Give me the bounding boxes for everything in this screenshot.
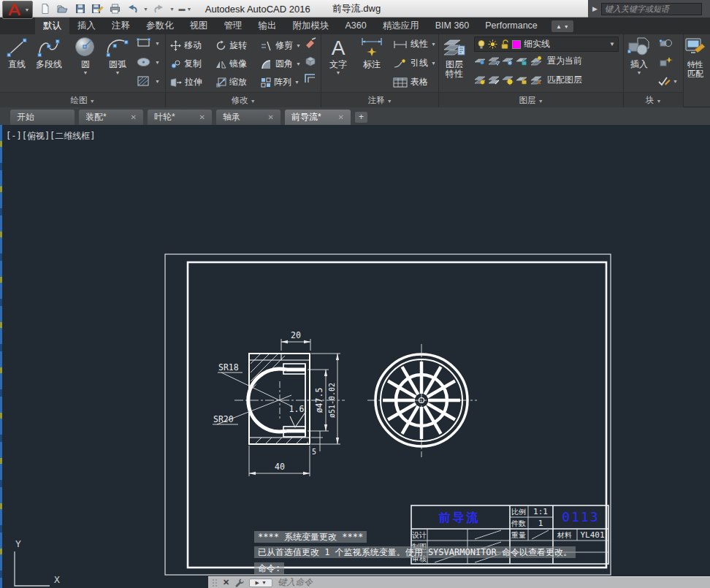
ribbon-tab-manage[interactable]: 管理 (216, 18, 251, 34)
attribute-sync-button[interactable]: ▼ (657, 75, 678, 87)
dimension-button[interactable]: 标注 (359, 36, 384, 69)
layer-freeze-icon[interactable] (502, 56, 514, 66)
offset-icon[interactable] (304, 72, 317, 84)
dim-top-width: 20 (291, 330, 301, 340)
trim-button[interactable]: 修剪 ▼ (261, 37, 310, 55)
chevron-down-icon: ▼ (673, 79, 678, 84)
document-name: 前导流.dwg (332, 2, 381, 15)
ribbon-tab-bim360[interactable]: BIM 360 (427, 18, 478, 34)
rectangle-button[interactable]: ▼ (136, 37, 160, 49)
erase-brush-icon[interactable] (304, 37, 317, 49)
layer-select-combo[interactable]: 细实线 ▼ (474, 37, 619, 52)
layer-isolate-icon[interactable] (488, 56, 500, 66)
fillet-button[interactable]: 圆角 ▼ (261, 55, 310, 73)
layer-unisolate-icon[interactable] (488, 75, 500, 85)
match-properties-button[interactable]: 特性 匹配 (684, 37, 706, 78)
layer-lock-icon[interactable] (516, 56, 528, 66)
ribbon-tab-home[interactable]: 默认 (35, 18, 69, 34)
scale-button[interactable]: 缩放 (215, 73, 261, 91)
hatch-button[interactable]: ▼ (136, 75, 160, 87)
chevron-down-icon: ▼ (115, 70, 121, 75)
help-search-input[interactable] (601, 3, 702, 15)
drag-grip-icon[interactable] (212, 579, 218, 587)
dimension-icon (359, 36, 384, 59)
panel-footer-draw[interactable]: 绘图 ▼ (0, 92, 165, 107)
ellipse-button[interactable]: ▼ (136, 56, 160, 68)
rotate-button[interactable]: 旋转 (215, 37, 261, 55)
chevron-down-icon: ▼ (83, 70, 88, 75)
close-command-line-icon[interactable]: ✕ (223, 578, 229, 587)
title-bar: ▼ (0, 0, 710, 18)
ribbon-tab-annotate[interactable]: 注释 (104, 18, 138, 34)
linear-dim-button[interactable]: 线性 ▼ (393, 38, 436, 50)
ribbon-tab-insert[interactable]: 插入 (69, 18, 104, 34)
table-icon (393, 77, 408, 88)
layer-off-icon[interactable] (474, 56, 486, 66)
mirror-button[interactable]: 镜像 (215, 55, 261, 73)
stretch-icon (170, 77, 182, 88)
scale-value: 1:1 (533, 507, 548, 516)
panel-footer-modify[interactable]: 修改 ▼ (166, 92, 321, 107)
array-button[interactable]: 阵列 ▼ (261, 73, 310, 91)
file-tab-bearing[interactable]: 轴承 ✕ (216, 110, 280, 125)
close-icon[interactable]: ✕ (338, 113, 344, 121)
ribbon-tab-a360[interactable]: A360 (337, 18, 375, 34)
text-button[interactable]: A 文字 ▼ (327, 36, 349, 75)
ucs-icon[interactable]: Y X (15, 538, 60, 586)
create-block-button[interactable] (659, 37, 673, 49)
close-icon[interactable]: ✕ (268, 113, 274, 121)
ribbon-tab-performance[interactable]: Performance (477, 18, 546, 34)
rotate-icon (215, 40, 226, 51)
file-tab-assembly[interactable]: 装配* ✕ (79, 110, 143, 125)
new-drawing-tab-button[interactable]: + (355, 112, 367, 123)
command-input-placeholder[interactable]: 键入命令 (278, 576, 313, 588)
panel-footer-annotate[interactable]: 注释 ▼ (321, 92, 438, 107)
layer-properties-button[interactable]: 图层 特性 (442, 36, 467, 78)
insert-block-button[interactable]: 插入 ▼ (626, 36, 652, 75)
command-recent-button[interactable]: ▶ ▼ (249, 579, 272, 587)
bulb-on-icon (478, 39, 485, 50)
ribbon-tab-view[interactable]: 视图 (182, 18, 216, 34)
drawing-viewport[interactable]: 20 40 ø47.5 ø51-0.02 5 SR18 SR (0, 125, 710, 588)
layer-thaw-icon[interactable] (502, 75, 514, 85)
ribbon-collapse-button[interactable]: ▲ ▼ (551, 20, 573, 32)
line-button[interactable]: 直线 (4, 36, 29, 69)
set-current-label[interactable]: 置为当前 (547, 55, 582, 67)
match-layer-icon[interactable] (530, 75, 543, 85)
dim-bottom-width: 40 (275, 462, 285, 472)
file-tab-impeller[interactable]: 叶轮* ✕ (148, 110, 212, 125)
layer-on-icon[interactable] (474, 75, 486, 85)
edit-attribute-button[interactable] (659, 56, 673, 68)
chevron-down-icon: ▼ (656, 99, 661, 104)
ribbon-tab-addins[interactable]: 附加模块 (285, 18, 337, 34)
move-button[interactable]: 移动 (170, 37, 215, 55)
panel-footer-block[interactable]: 块 ▼ (624, 92, 683, 107)
chevron-down-icon: ▼ (155, 60, 160, 65)
layer-tools-row1: 置为当前 (474, 55, 582, 67)
layer-unlock-icon[interactable] (516, 75, 528, 85)
copy-button[interactable]: 复制 (170, 55, 215, 73)
close-icon[interactable]: ✕ (131, 113, 137, 121)
customize-wrench-icon[interactable] (234, 578, 244, 587)
ribbon-tab-featured-apps[interactable]: 精选应用 (375, 18, 427, 34)
ribbon-tab-parametric[interactable]: 参数化 (138, 18, 182, 34)
explode-icon[interactable] (304, 55, 317, 66)
dim-dia-outer: ø51-0.02 (328, 383, 336, 418)
ribbon-tab-output[interactable]: 输出 (251, 18, 285, 34)
circle-button[interactable]: 圆 ▼ (73, 36, 98, 75)
chevron-down-icon: ▼ (155, 79, 160, 84)
match-layer-label[interactable]: 匹配图层 (547, 74, 582, 86)
arc-button[interactable]: 圆弧 ▼ (104, 36, 131, 75)
table-button[interactable]: 表格 (393, 76, 428, 88)
application-menu-button[interactable]: ▼ (2, 1, 33, 19)
file-tab-front-guide[interactable]: 前导流* ✕ (285, 110, 351, 125)
polyline-button[interactable]: 多段线 (35, 36, 63, 69)
file-tab-start[interactable]: 开始 (10, 110, 75, 125)
set-current-layer-icon[interactable] (530, 56, 543, 66)
close-icon[interactable]: ✕ (199, 113, 205, 121)
stretch-button[interactable]: 拉伸 (170, 73, 215, 91)
leader-button[interactable]: 引线 ▼ (393, 57, 436, 69)
search-expand-icon[interactable]: ▶ (592, 5, 598, 12)
panel-footer-layers[interactable]: 图层 ▼ (439, 92, 623, 107)
wheel-view (367, 344, 477, 457)
